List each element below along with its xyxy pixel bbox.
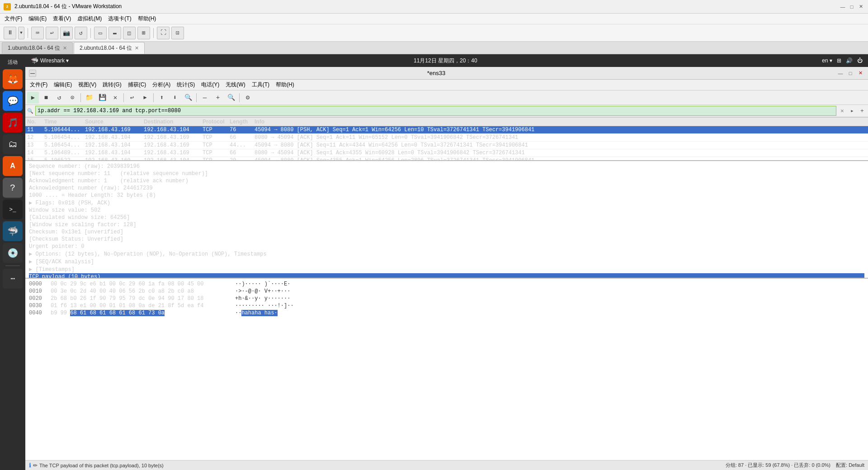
ws-menu-analyze[interactable]: 分析(A)	[150, 80, 173, 90]
menu-vm[interactable]: 虚拟机(M)	[75, 14, 104, 24]
filter-clear-btn[interactable]: ✕	[838, 107, 846, 115]
sidebar-icon-music[interactable]: 🎵	[3, 113, 23, 133]
split-view-3[interactable]: ◫	[123, 27, 136, 39]
table-row[interactable]: 11 5.106444... 192.168.43.169 192.168.43…	[25, 126, 868, 134]
ws-colorize[interactable]: ⚙	[242, 92, 254, 104]
ws-reload[interactable]: ↩	[126, 92, 138, 104]
ws-zoom-out[interactable]: +	[212, 92, 224, 104]
ws-print[interactable]: ▶	[139, 92, 151, 104]
statusbar-left: ℹ ✏ The TCP payload of this packet (tcp.…	[29, 462, 722, 469]
language-indicator[interactable]: en ▾	[822, 57, 832, 64]
hex-bytes: 00 3e 0c 2d 40 00 40 06 56 2b c0 a8 2b c…	[51, 288, 231, 294]
ws-start-capture[interactable]: ▶	[27, 92, 39, 104]
sidebar-icon-messages[interactable]: 💬	[3, 91, 23, 111]
ws-zoom-in[interactable]: —	[199, 92, 211, 104]
snapshot-button[interactable]: 📷	[60, 27, 73, 39]
table-row[interactable]: 12 5.106454... 192.168.43.104 192.168.43…	[25, 134, 868, 142]
split-view-4[interactable]: ⊞	[137, 27, 150, 39]
ws-find-packet[interactable]: ⬆	[156, 92, 168, 104]
ws-close-file[interactable]: ✕	[109, 92, 121, 104]
minimize-button[interactable]: —	[839, 3, 846, 10]
vmware-toolbar: ⏸ ▼ ⌨ ↩ 📷 ↺ ▭ ▬ ◫ ⊞ ⛶ ⊡	[0, 24, 868, 42]
filter-input[interactable]	[35, 106, 836, 116]
vm-tab-2[interactable]: 2.ubuntu18.04 - 64 位 ✕	[74, 42, 145, 54]
detail-line[interactable]: ▶ Options: (12 bytes), No-Operation (NOP…	[29, 250, 864, 258]
split-view[interactable]: ▭	[94, 27, 107, 39]
table-row[interactable]: 15 5.106522... 192.168.43.169 192.168.43…	[25, 157, 868, 161]
ws-menu-wireless[interactable]: 无线(W)	[223, 80, 248, 90]
split-view-2[interactable]: ▬	[108, 27, 121, 39]
ws-capture-options[interactable]: ⊙	[66, 92, 78, 104]
sidebar-icon-wireshark[interactable]: 🦈	[3, 221, 23, 241]
menu-help[interactable]: 帮助(H)	[135, 14, 159, 24]
vm-tab-1[interactable]: 1.ubuntu18.04 - 64 位 ✕	[2, 42, 73, 54]
ws-menu-go[interactable]: 跳转(G)	[100, 80, 124, 90]
network-icon[interactable]: ⊞	[837, 57, 841, 64]
menu-edit[interactable]: 编辑(E)	[26, 14, 49, 24]
wireshark-min-btn[interactable]: —	[29, 70, 36, 77]
ws-go-forward[interactable]: 🔍	[182, 92, 194, 104]
status-edit-icon[interactable]: ✏	[33, 462, 38, 469]
sidebar-icon-terminal[interactable]: >_	[3, 199, 23, 219]
ubuntu-topbar: 🦈 Wireshark ▾ 11月12日 星期四，20：40 en ▾ ⊞ 🔊 …	[25, 54, 868, 67]
wireshark-statusbar: ℹ ✏ The TCP payload of this packet (tcp.…	[25, 460, 868, 470]
power-on-button[interactable]: ↩	[46, 27, 58, 39]
sidebar-icon-apps[interactable]: ⋯	[3, 269, 23, 289]
ws-open-file[interactable]: 📁	[83, 92, 95, 104]
pause-button[interactable]: ⏸	[4, 27, 16, 39]
activities-label[interactable]: 活动	[0, 57, 25, 67]
hex-row: 0030 01 f6 13 e1 00 00 01 01 08 0a de 21…	[29, 302, 864, 309]
filter-apply-btn[interactable]: ▸	[848, 107, 856, 115]
ws-menu-edit[interactable]: 编辑(E)	[51, 80, 75, 90]
window-controls: — □ ✕	[839, 3, 864, 10]
ws-minimize-btn[interactable]: —	[836, 69, 844, 77]
detail-line[interactable]: ▶ Flags: 0x018 (PSH, ACK)	[29, 199, 864, 207]
send-ctrl-alt-del[interactable]: ⌨	[31, 27, 44, 39]
detail-line[interactable]: ▶ [Timestamps]	[29, 266, 864, 273]
ws-menu-help[interactable]: 帮助(H)	[273, 80, 297, 90]
vm-tab-1-close[interactable]: ✕	[63, 45, 67, 51]
ws-menu-stats[interactable]: 统计(S)	[174, 80, 198, 90]
wireshark-app-label[interactable]: Wireshark ▾	[40, 57, 69, 64]
filter-save-btn[interactable]: +	[858, 107, 866, 115]
fullscreen-button[interactable]: ⛶	[157, 27, 170, 39]
power-icon[interactable]: ⏻	[857, 57, 863, 64]
detail-line[interactable]: ▶ [SEQ/ACK analysis]	[29, 258, 864, 266]
ws-menu-capture[interactable]: 捕获(C)	[125, 80, 149, 90]
sidebar-icon-software[interactable]: A	[3, 156, 23, 176]
status-profile: 配置: Default	[836, 462, 864, 469]
menu-tabs[interactable]: 选项卡(T)	[105, 14, 134, 24]
table-row[interactable]: 14 5.106489... 192.168.43.104 192.168.43…	[25, 149, 868, 157]
ws-menu-telephony[interactable]: 电话(Y)	[198, 80, 222, 90]
menu-file[interactable]: 文件(F)	[2, 14, 25, 24]
ws-menu-view[interactable]: 视图(V)	[75, 80, 99, 90]
ws-go-back[interactable]: ⬇	[169, 92, 181, 104]
ws-zoom-normal[interactable]: 🔍	[225, 92, 237, 104]
revert-button[interactable]: ↺	[75, 27, 87, 39]
sidebar-icon-help[interactable]: ?	[3, 178, 23, 198]
ws-close-btn[interactable]: ✕	[856, 69, 864, 77]
ws-maximize-btn[interactable]: □	[846, 69, 854, 77]
maximize-button[interactable]: □	[848, 3, 855, 10]
pause-dropdown[interactable]: ▼	[18, 27, 24, 39]
pkt-dst: 192.168.43.169	[142, 142, 201, 148]
sidebar-icon-dvd[interactable]: 💿	[3, 243, 23, 263]
table-row[interactable]: 13 5.106454... 192.168.43.104 192.168.43…	[25, 142, 868, 149]
ws-menu-tools[interactable]: 工具(T)	[249, 80, 272, 90]
close-button[interactable]: ✕	[857, 3, 864, 10]
ws-restart-capture[interactable]: ↺	[53, 92, 65, 104]
hex-bytes: 01 f6 13 e1 00 00 01 01 08 0a de 21 8f 5…	[51, 303, 231, 309]
ws-stop-capture[interactable]: ■	[40, 92, 52, 104]
ws-menu-file[interactable]: 文件(F)	[27, 80, 50, 90]
menu-view[interactable]: 查看(V)	[50, 14, 74, 24]
vm-tab-2-close[interactable]: ✕	[135, 45, 139, 51]
sidebar-icon-firefox[interactable]: 🦊	[3, 69, 23, 89]
toolbar-separator-1	[28, 28, 28, 38]
detail-lines: Sequence number: (raw): 2039839196[Next …	[29, 163, 864, 279]
unity-button[interactable]: ⊡	[171, 27, 184, 39]
ws-save-file[interactable]: 💾	[96, 92, 108, 104]
volume-icon[interactable]: 🔊	[846, 57, 853, 64]
detail-line: 1000 .... = Header Length: 32 bytes (8)	[29, 192, 864, 199]
detail-line: TCP payload (10 bytes)	[29, 273, 864, 279]
sidebar-icon-files[interactable]: 🗂	[3, 134, 23, 154]
